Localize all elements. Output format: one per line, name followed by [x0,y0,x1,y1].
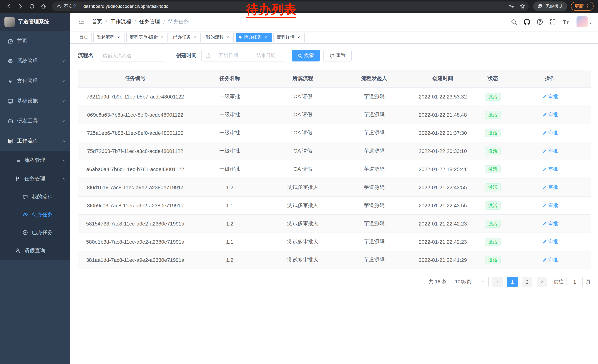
approve-link[interactable]: 审批 [542,220,558,227]
security-indicator[interactable]: 不安全 [56,3,77,9]
home-icon [40,3,46,9]
breadcrumb-task-management[interactable]: 任务管理 [139,18,160,25]
approve-link[interactable]: 审批 [542,166,558,173]
cell-task-name: 一级审批 [193,142,267,160]
tab-label: 流程表单-编辑 [130,34,158,40]
breadcrumb-separator [163,19,165,25]
reset-button[interactable]: 重置 [324,50,352,61]
sidebar-item-infrastructure[interactable]: 基础设施 [0,91,70,111]
sidebar-item-workflow[interactable]: 工作流程 [0,131,70,151]
date-range-separator: - [246,53,248,58]
sidebar-item-label: 待办任务 [32,211,66,218]
header-search-button[interactable] [509,17,519,27]
browser-home-button[interactable] [39,2,48,11]
sidebar-toggle-button[interactable] [76,17,87,27]
prev-page-button[interactable] [492,277,503,287]
tab-start-process[interactable]: 发起流程 [93,32,125,42]
workflow-submenu: 流程管理 任务管理 我的流程 待办任务 [0,151,70,260]
user-menu[interactable] [576,16,592,27]
approve-label: 审批 [548,129,558,136]
close-icon[interactable] [192,35,198,40]
bookmark-star-button[interactable] [518,2,526,10]
sidebar-item-home[interactable]: 首页 [0,31,70,51]
sidebar-item-done-tasks[interactable]: 已办任务 [0,224,70,242]
navbar-actions [509,16,592,27]
approve-label: 审批 [548,220,558,227]
filter-form: 流程名 创建时间 开始日期 - 结束日期 搜索 重 [78,50,590,61]
cell-process: 测试多审批人 [267,197,339,214]
approve-link[interactable]: 审批 [542,112,558,118]
table-row: 725a1eb6-7b88-11ec-8ef0-acde48001122 一级审… [78,124,590,142]
arrow-right-icon [17,3,23,9]
sidebar-item-label: 任务管理 [25,176,58,182]
saved-password-button[interactable] [507,2,515,10]
approve-link[interactable]: 审批 [542,238,558,245]
chevron-down-icon [61,59,66,63]
close-icon[interactable] [296,35,301,40]
breadcrumb-home[interactable]: 首页 [92,18,102,25]
page-1-button[interactable]: 1 [507,277,518,287]
sidebar-item-payment-management[interactable]: 支付管理 [0,71,70,91]
github-link[interactable] [522,17,532,27]
browser-reload-button[interactable] [27,2,36,11]
approve-link[interactable]: 审批 [542,184,558,191]
sidebar-item-my-process[interactable]: 我的流程 [0,188,70,206]
search-button-label: 搜索 [304,52,314,59]
browser-update-menu-button[interactable]: 更新 [571,2,594,11]
tab-label: 首页 [79,34,88,40]
sidebar-item-task-management[interactable]: 任务管理 [0,170,70,188]
sidebar-item-leave-query[interactable]: 请假查询 [0,242,70,260]
cell-process: OA 请假 [267,124,339,142]
docs-help-button[interactable] [535,17,545,27]
chevron-down-icon [61,158,66,162]
cell-task-id: 73211d9d-7b9b-11ec-b5b7-acde48001122 [78,88,193,105]
cell-task-id: 75d72608-7b7f-11ec-a3c8-acde48001122 [78,142,193,160]
tab-home[interactable]: 首页 [76,32,91,42]
tab-my-process[interactable]: 我的流程 [203,32,234,42]
chat-icon [22,194,28,200]
font-size-button[interactable] [561,17,571,27]
status-badge: 激活 [485,93,500,101]
close-icon[interactable] [225,35,231,40]
table-row: 58154733-7ac8-11ec-a9e2-a2380e71991a 1.2… [78,215,590,233]
status-badge: 激活 [485,238,500,246]
sidebar-item-system-management[interactable]: 系统管理 [0,51,70,71]
page-2-button[interactable]: 2 [522,277,532,287]
next-page-button[interactable] [537,277,547,287]
cell-create-time: 2022-01-21 22:43:55 [409,178,476,196]
tab-label: 我的流程 [206,34,224,40]
sidebar-item-dev-tools[interactable]: 研发工具 [0,111,70,131]
approve-link[interactable]: 审批 [542,257,558,263]
approve-label: 审批 [548,93,558,100]
approve-link[interactable]: 审批 [542,202,558,209]
process-name-input[interactable] [98,50,166,61]
browser-back-button[interactable] [4,2,13,11]
sidebar: 芋道管理系统 首页 系统管理 支付管理 [0,13,70,364]
approve-link[interactable]: 审批 [542,93,558,100]
sidebar-item-process-management[interactable]: 流程管理 [0,151,70,170]
close-icon[interactable] [159,35,165,40]
goto-page-input[interactable] [566,277,583,287]
approve-link[interactable]: 审批 [542,148,558,154]
sidebar-item-todo-tasks[interactable]: 待办任务 [0,206,70,224]
chevron-left-icon [495,280,500,284]
cell-create-time: 2022-01-22 18:25:41 [409,160,476,178]
app-logo[interactable]: 芋道管理系统 [0,13,70,31]
warning-icon [56,4,61,9]
date-range-picker[interactable]: 开始日期 - 结束日期 [201,50,286,61]
tab-done-tasks[interactable]: 已办任务 [170,32,201,42]
sidebar-item-label: 我的流程 [32,194,66,200]
close-icon[interactable] [116,35,121,40]
tab-process-detail[interactable]: 流程详情 [274,32,305,42]
table-row: 580e1b3d-7ac8-11ec-a9e2-a2380e71991a 1.1… [78,233,590,251]
close-icon[interactable] [263,35,268,40]
tab-todo-tasks[interactable]: 待办任务 [236,32,272,42]
cell-task-id: 725a1eb6-7b88-11ec-8ef0-acde48001122 [78,124,193,142]
page-size-select[interactable]: 10条/页 [452,277,489,287]
search-button[interactable]: 搜索 [291,50,320,61]
fullscreen-button[interactable] [548,17,558,27]
approve-link[interactable]: 审批 [542,129,558,136]
browser-forward-button[interactable] [16,2,25,11]
breadcrumb-workflow[interactable]: 工作流程 [110,18,131,25]
tab-process-form-edit[interactable]: 流程表单-编辑 [126,32,168,42]
